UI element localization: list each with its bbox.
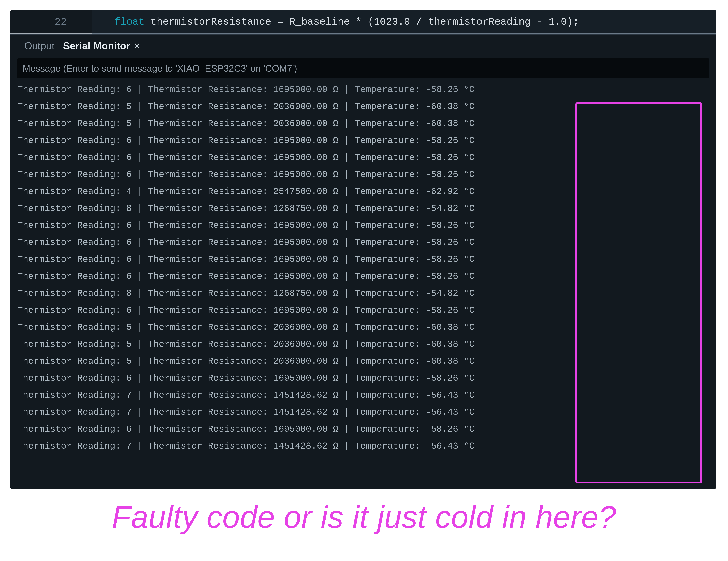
serial-line: Thermistor Reading: 5 | Thermistor Resis… xyxy=(17,336,709,353)
serial-line: Thermistor Reading: 8 | Thermistor Resis… xyxy=(17,200,709,217)
operator-minus: - xyxy=(537,16,549,28)
serial-line: Thermistor Reading: 6 | Thermistor Resis… xyxy=(17,217,709,234)
panel-tabs: Output Serial Monitor × xyxy=(10,35,716,57)
line-number: 22 xyxy=(36,16,67,28)
serial-line: Thermistor Reading: 6 | Thermistor Resis… xyxy=(17,81,709,98)
operator-star: * xyxy=(356,16,368,28)
serial-line: Thermistor Reading: 5 | Thermistor Resis… xyxy=(17,319,709,336)
line-number-gutter: 22 xyxy=(10,10,92,34)
operator-slash: / xyxy=(416,16,428,28)
serial-line: Thermistor Reading: 7 | Thermistor Resis… xyxy=(17,438,709,455)
keyword-float: float xyxy=(114,16,145,28)
serial-line: Thermistor Reading: 6 | Thermistor Resis… xyxy=(17,234,709,251)
number-1: 1.0 xyxy=(549,16,567,28)
paren-open: ( xyxy=(368,16,374,28)
serial-line: Thermistor Reading: 7 | Thermistor Resis… xyxy=(17,404,709,421)
serial-line: Thermistor Reading: 5 | Thermistor Resis… xyxy=(17,353,709,370)
identifier-thermistorResistance: thermistorResistance xyxy=(145,16,277,28)
serial-line: Thermistor Reading: 5 | Thermistor Resis… xyxy=(17,115,709,132)
serial-line: Thermistor Reading: 5 | Thermistor Resis… xyxy=(17,98,709,115)
serial-line: Thermistor Reading: 6 | Thermistor Resis… xyxy=(17,370,709,387)
serial-line: Thermistor Reading: 6 | Thermistor Resis… xyxy=(17,251,709,268)
serial-message-placeholder: Message (Enter to send message to 'XIAO_… xyxy=(23,63,297,74)
serial-line: Thermistor Reading: 7 | Thermistor Resis… xyxy=(17,387,709,404)
operator-equals: = xyxy=(277,16,289,28)
code-editor-row: 22 float thermistorResistance = R_baseli… xyxy=(10,10,716,35)
serial-line: Thermistor Reading: 6 | Thermistor Resis… xyxy=(17,302,709,319)
serial-console-output[interactable]: Thermistor Reading: 6 | Thermistor Resis… xyxy=(17,81,709,455)
number-1023: 1023.0 xyxy=(374,16,416,28)
figure-caption: Faulty code or is it just cold in here? xyxy=(10,499,718,535)
tab-serial-label: Serial Monitor xyxy=(63,40,130,51)
serial-line: Thermistor Reading: 8 | Thermistor Resis… xyxy=(17,285,709,302)
figure-container: 22 float thermistorResistance = R_baseli… xyxy=(0,0,728,538)
code-line[interactable]: float thermistorResistance = R_baseline … xyxy=(92,10,716,34)
serial-line: Thermistor Reading: 6 | Thermistor Resis… xyxy=(17,421,709,438)
identifier-thermistorReading: thermistorReading xyxy=(428,16,537,28)
paren-close-semi: ); xyxy=(567,16,579,28)
tab-serial-monitor[interactable]: Serial Monitor × xyxy=(63,40,140,51)
serial-line: Thermistor Reading: 6 | Thermistor Resis… xyxy=(17,149,709,166)
tab-output[interactable]: Output xyxy=(24,40,54,51)
serial-line: Thermistor Reading: 6 | Thermistor Resis… xyxy=(17,132,709,149)
serial-line: Thermistor Reading: 4 | Thermistor Resis… xyxy=(17,183,709,200)
close-icon[interactable]: × xyxy=(134,41,140,51)
serial-message-input[interactable]: Message (Enter to send message to 'XIAO_… xyxy=(17,58,709,78)
identifier-R_baseline: R_baseline xyxy=(289,16,356,28)
serial-line: Thermistor Reading: 6 | Thermistor Resis… xyxy=(17,166,709,183)
serial-line: Thermistor Reading: 6 | Thermistor Resis… xyxy=(17,268,709,285)
ide-window: 22 float thermistorResistance = R_baseli… xyxy=(10,10,716,489)
